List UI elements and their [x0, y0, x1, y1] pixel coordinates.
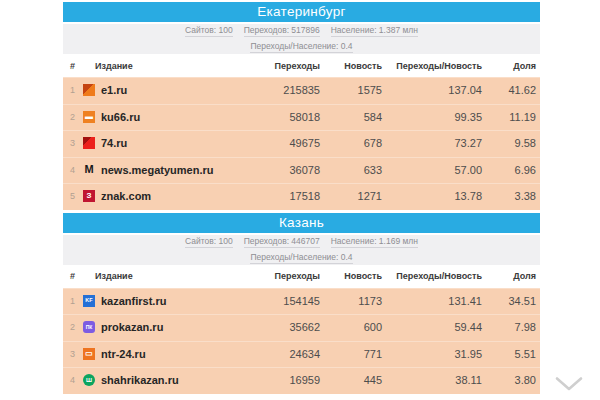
transitions-value: 215835: [232, 84, 320, 96]
stats-line-1: Сайтов: 100 Переходов: 517896 Население:…: [185, 25, 418, 37]
city-stats-ekaterinburg: Сайтов: 100 Переходов: 517896 Население:…: [63, 24, 540, 54]
publication-link[interactable]: e1.ru: [101, 84, 127, 96]
news-value: 1271: [320, 190, 382, 202]
ratio-value: 13.78: [382, 190, 482, 202]
share-value: 34.51: [482, 295, 540, 307]
table-row: 2 ПК prokazan.ru 35662 600 59.44 7.98: [63, 314, 540, 341]
news-value: 1173: [320, 295, 382, 307]
news-value: 678: [320, 137, 382, 149]
share-value: 3.80: [482, 374, 540, 386]
share-value: 9.58: [482, 137, 540, 149]
share-value: 11.19: [482, 111, 540, 123]
city-stats-kazan: Сайтов: 100 Переходов: 446707 Население:…: [63, 235, 540, 265]
stat-sites[interactable]: Сайтов: 100: [185, 236, 233, 248]
stat-transitions[interactable]: Переходов: 446707: [244, 236, 320, 248]
table-row: 2 ▬ ku66.ru 58018 584 99.35 11.19: [63, 104, 540, 131]
publication-link[interactable]: shahrikazan.ru: [101, 374, 179, 386]
stat-population[interactable]: Население: 1.387 млн: [331, 25, 418, 37]
city-section-kazan: Казань Сайтов: 100 Переходов: 446707 Нас…: [63, 213, 540, 394]
table-row: 3 74.ru 49675 678 73.27 9.58: [63, 130, 540, 157]
row-number: 1: [63, 296, 83, 306]
table-row: 5 З znak.com 17518 1271 13.78 3.38: [63, 183, 540, 210]
ratio-value: 99.35: [382, 111, 482, 123]
table-row: 1 KF kazanfirst.ru 154145 1173 131.41 34…: [63, 288, 540, 315]
share-value: 3.38: [482, 190, 540, 202]
column-header-share: Доля: [482, 271, 540, 281]
transitions-value: 49675: [232, 137, 320, 149]
chevron-down-icon[interactable]: [555, 376, 583, 393]
row-number: 1: [63, 85, 83, 95]
column-header-num: #: [63, 271, 83, 281]
publication-link[interactable]: znak.com: [101, 190, 151, 202]
publication-link[interactable]: ntr-24.ru: [101, 348, 146, 360]
news-value: 1575: [320, 84, 382, 96]
column-header-news: Новость: [320, 271, 382, 281]
table-header: # Издание Переходы Новость Переходы/Ново…: [63, 54, 540, 77]
transitions-value: 58018: [232, 111, 320, 123]
news-value: 584: [320, 111, 382, 123]
favicon-74-ru: [83, 137, 95, 149]
favicon-shahrikazan-ru: Ш: [83, 374, 95, 386]
city-title-kazan: Казань: [63, 213, 540, 233]
favicon-megatyumen: M: [83, 164, 95, 176]
transitions-value: 16959: [232, 374, 320, 386]
publication-link[interactable]: ku66.ru: [101, 111, 140, 123]
transitions-value: 36078: [232, 164, 320, 176]
news-value: 633: [320, 164, 382, 176]
table-row: 3 ▭ ntr-24.ru 24634 771 31.95 5.51: [63, 341, 540, 368]
column-header-num: #: [63, 61, 83, 71]
favicon-ku66-ru: ▬: [83, 111, 95, 123]
ratio-value: 131.41: [382, 295, 482, 307]
stat-per-capita[interactable]: Переходы/Население: 0.4: [250, 41, 352, 53]
stat-per-capita[interactable]: Переходы/Население: 0.4: [250, 252, 352, 264]
stats-line-2: Переходы/Население: 0.4: [250, 252, 352, 264]
favicon-ntr-24-ru: ▭: [83, 348, 95, 360]
row-number: 5: [63, 191, 83, 201]
news-value: 771: [320, 348, 382, 360]
favicon-znak-com: З: [83, 190, 95, 202]
row-number: 3: [63, 138, 83, 148]
column-header-transitions: Переходы: [232, 271, 320, 281]
row-number: 2: [63, 112, 83, 122]
transitions-value: 17518: [232, 190, 320, 202]
stats-line-2: Переходы/Население: 0.4: [250, 41, 352, 53]
city-title-ekaterinburg: Екатеринбург: [63, 2, 540, 22]
column-header-share: Доля: [482, 61, 540, 71]
table-row: 1 e1.ru 215835 1575 137.04 41.62: [63, 77, 540, 104]
transitions-value: 154145: [232, 295, 320, 307]
publication-link[interactable]: news.megatyumen.ru: [101, 164, 213, 176]
share-value: 5.51: [482, 348, 540, 360]
share-value: 6.96: [482, 164, 540, 176]
ratio-value: 57.00: [382, 164, 482, 176]
transitions-value: 35662: [232, 321, 320, 333]
publication-link[interactable]: kazanfirst.ru: [101, 295, 166, 307]
column-header-publication: Издание: [83, 61, 232, 71]
favicon-kazanfirst-ru: KF: [83, 295, 95, 307]
favicon-prokazan-ru: ПК: [83, 321, 95, 333]
share-value: 7.98: [482, 321, 540, 333]
ratio-value: 137.04: [382, 84, 482, 96]
stat-sites[interactable]: Сайтов: 100: [185, 25, 233, 37]
table-header: # Издание Переходы Новость Переходы/Ново…: [63, 265, 540, 288]
transitions-value: 24634: [232, 348, 320, 360]
share-value: 41.62: [482, 84, 540, 96]
stats-line-1: Сайтов: 100 Переходов: 446707 Население:…: [185, 236, 418, 248]
city-section-ekaterinburg: Екатеринбург Сайтов: 100 Переходов: 5178…: [63, 2, 540, 210]
content-area: Екатеринбург Сайтов: 100 Переходов: 5178…: [63, 2, 540, 397]
column-header-ratio: Переходы/Новость: [382, 61, 482, 71]
news-value: 600: [320, 321, 382, 333]
table-row: 4 M news.megatyumen.ru 36078 633 57.00 6…: [63, 157, 540, 184]
favicon-e1-ru: [83, 84, 95, 96]
ratio-value: 31.95: [382, 348, 482, 360]
stat-population[interactable]: Население: 1.169 млн: [331, 236, 418, 248]
ratio-value: 73.27: [382, 137, 482, 149]
publication-link[interactable]: prokazan.ru: [101, 321, 163, 333]
publication-link[interactable]: 74.ru: [101, 137, 127, 149]
row-number: 4: [63, 375, 83, 385]
ratio-value: 59.44: [382, 321, 482, 333]
stat-transitions[interactable]: Переходов: 517896: [244, 25, 320, 37]
row-number: 3: [63, 349, 83, 359]
row-number: 2: [63, 322, 83, 332]
column-header-transitions: Переходы: [232, 61, 320, 71]
column-header-ratio: Переходы/Новость: [382, 271, 482, 281]
